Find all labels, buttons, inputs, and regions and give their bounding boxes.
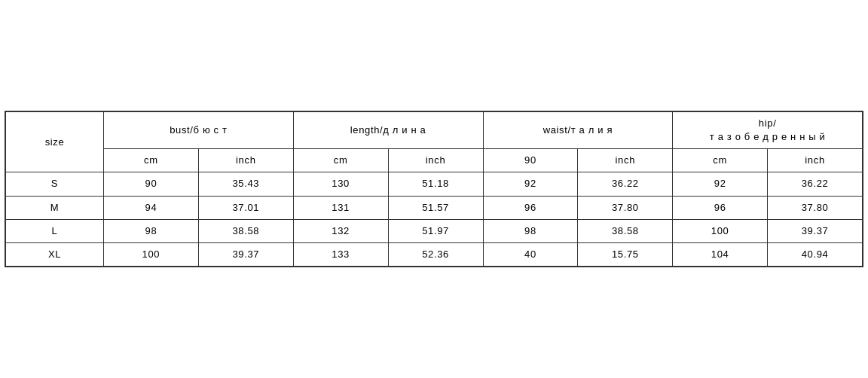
bust-inch-header: inch [198, 149, 293, 172]
size-header: size [6, 111, 104, 172]
hip-cm-cell: 92 [673, 172, 768, 196]
hip-cm-cell: 100 [673, 219, 768, 242]
hip-inch-cell: 40.94 [768, 242, 863, 266]
length-cm-cell: 133 [293, 242, 388, 266]
waist-cm-cell: 40 [483, 242, 578, 266]
length-inch-cell: 51.57 [388, 196, 483, 219]
waist-cm-header: 90 [483, 149, 578, 172]
size-cell: L [6, 219, 104, 242]
hip-cm-header: cm [673, 149, 768, 172]
bust-header: bust/б ю с т [104, 111, 294, 148]
size-cell: S [6, 172, 104, 196]
hip-inch-cell: 37.80 [768, 196, 863, 219]
hip-cm-cell: 104 [673, 242, 768, 266]
hip-inch-header: inch [768, 149, 863, 172]
length-cm-header: cm [293, 149, 388, 172]
length-header: length/д л и н а [293, 111, 483, 148]
table-row: XL10039.3713352.364015.7510440.94 [6, 242, 863, 266]
waist-header: waist/т а л и я [483, 111, 673, 148]
bust-cm-cell: 98 [104, 219, 199, 242]
waist-inch-header: inch [578, 149, 673, 172]
hip-inch-cell: 39.37 [768, 219, 863, 242]
length-cm-cell: 130 [293, 172, 388, 196]
waist-inch-cell: 36.22 [578, 172, 673, 196]
waist-cm-cell: 98 [483, 219, 578, 242]
bust-inch-cell: 37.01 [198, 196, 293, 219]
length-inch-header: inch [388, 149, 483, 172]
waist-cm-cell: 96 [483, 196, 578, 219]
length-cm-cell: 131 [293, 196, 388, 219]
hip-header: hip/ т а з о б е д р е н н ы й [673, 111, 863, 148]
bust-inch-cell: 39.37 [198, 242, 293, 266]
length-cm-cell: 132 [293, 219, 388, 242]
table-row: L9838.5813251.979838.5810039.37 [6, 219, 863, 242]
bust-inch-cell: 35.43 [198, 172, 293, 196]
waist-inch-cell: 37.80 [578, 196, 673, 219]
bust-cm-cell: 100 [104, 242, 199, 266]
bust-cm-cell: 94 [104, 196, 199, 219]
table-row: S9035.4313051.189236.229236.22 [6, 172, 863, 196]
waist-inch-cell: 15.75 [578, 242, 673, 266]
length-inch-cell: 52.36 [388, 242, 483, 266]
hip-cm-cell: 96 [673, 196, 768, 219]
size-chart: size bust/б ю с т length/д л и н а waist… [5, 111, 863, 267]
size-cell: M [6, 196, 104, 219]
waist-inch-cell: 38.58 [578, 219, 673, 242]
bust-inch-cell: 38.58 [198, 219, 293, 242]
hip-inch-cell: 36.22 [768, 172, 863, 196]
length-inch-cell: 51.97 [388, 219, 483, 242]
size-cell: XL [6, 242, 104, 266]
bust-cm-cell: 90 [104, 172, 199, 196]
table-row: M9437.0113151.579637.809637.80 [6, 196, 863, 219]
bust-cm-header: cm [104, 149, 199, 172]
length-inch-cell: 51.18 [388, 172, 483, 196]
waist-cm-cell: 92 [483, 172, 578, 196]
